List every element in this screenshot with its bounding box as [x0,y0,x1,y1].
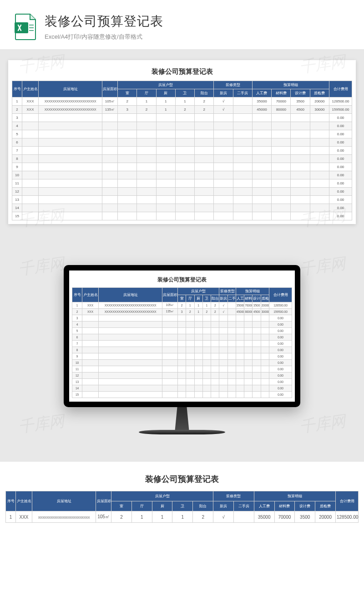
cell-material[interactable] [272,196,291,204]
cell-qc[interactable] [261,328,269,334]
cell-chu[interactable] [194,373,202,379]
cell-chu[interactable]: 1 [152,511,172,523]
cell-xin[interactable]: √ [219,302,228,309]
cell-shi[interactable] [118,212,137,220]
cell-name[interactable] [82,379,99,385]
cell-name[interactable] [82,392,99,398]
cell-seq[interactable]: 13 [72,379,82,385]
cell-wei[interactable] [202,373,211,379]
cell-qc[interactable] [261,379,269,385]
cell-addr[interactable] [39,138,102,147]
cell-wei[interactable] [202,353,211,360]
cell-total[interactable]: 0.00 [269,322,292,328]
cell-design[interactable]: 3500 [253,302,261,309]
cell-name[interactable]: XXX [16,511,32,523]
cell-name[interactable]: XXX [22,97,39,106]
cell-design[interactable] [291,171,310,179]
cell-labor[interactable] [252,179,271,188]
cell-xin[interactable] [214,204,233,212]
cell-material[interactable] [272,147,291,155]
cell-ting[interactable]: 2 [137,106,156,114]
cell-addr[interactable] [39,179,102,188]
cell-area[interactable] [162,347,178,353]
cell-er[interactable] [228,322,236,328]
cell-name[interactable] [82,385,99,392]
cell-yang[interactable] [195,212,214,220]
cell-total[interactable]: 0.00 [329,155,352,163]
cell-name[interactable] [22,122,39,130]
cell-labor[interactable] [252,163,271,171]
cell-chu[interactable] [156,212,175,220]
cell-wei[interactable] [202,328,211,334]
cell-yang[interactable] [195,179,214,188]
cell-yang[interactable] [195,122,214,130]
cell-seq[interactable]: 9 [72,353,82,360]
cell-design[interactable] [291,138,310,147]
cell-total[interactable]: 0.00 [329,122,352,130]
cell-addr[interactable] [99,347,162,353]
cell-xin[interactable] [219,322,228,328]
cell-total[interactable]: 0.00 [329,163,352,171]
cell-material[interactable] [244,334,253,341]
cell-ting[interactable] [186,379,194,385]
cell-area[interactable] [162,315,178,322]
cell-seq[interactable]: 10 [72,360,82,366]
cell-design[interactable] [253,360,261,366]
cell-area[interactable]: 105㎡ [96,511,111,523]
cell-chu[interactable] [194,341,202,347]
cell-chu[interactable] [194,366,202,373]
cell-material[interactable] [244,379,253,385]
cell-total[interactable]: 0.00 [329,179,352,188]
cell-er[interactable] [228,385,236,392]
cell-wei[interactable] [175,163,194,171]
cell-yang[interactable] [211,360,219,366]
cell-ting[interactable] [137,188,156,196]
cell-material[interactable] [244,353,253,360]
cell-addr[interactable] [99,328,162,334]
cell-area[interactable] [102,171,118,179]
cell-material[interactable] [244,373,253,379]
cell-er[interactable] [233,155,252,163]
cell-ting[interactable] [186,366,194,373]
cell-area[interactable]: 135㎡ [102,106,118,114]
cell-material[interactable] [244,347,253,353]
cell-xin[interactable]: √ [214,97,233,106]
cell-material[interactable] [272,179,291,188]
cell-total[interactable]: 0.00 [329,138,352,147]
cell-design[interactable] [253,322,261,328]
cell-area[interactable]: 105㎡ [162,302,178,309]
cell-qc[interactable] [310,196,329,204]
cell-addr[interactable] [39,147,102,155]
cell-addr[interactable] [39,114,102,122]
cell-shi[interactable] [178,341,186,347]
cell-qc[interactable]: 30000 [310,106,329,114]
cell-shi[interactable]: 3 [118,106,137,114]
cell-er[interactable] [233,114,252,122]
cell-seq[interactable]: 5 [72,328,82,334]
cell-total[interactable]: 0.00 [329,114,352,122]
cell-area[interactable] [102,130,118,138]
cell-name[interactable] [82,373,99,379]
cell-material[interactable] [272,130,291,138]
cell-material[interactable] [244,341,253,347]
cell-area[interactable] [162,334,178,341]
cell-shi[interactable]: 2 [178,302,186,309]
cell-yang[interactable] [211,315,219,322]
cell-er[interactable] [233,147,252,155]
cell-area[interactable] [162,341,178,347]
cell-shi[interactable] [178,328,186,334]
cell-xin[interactable] [219,392,228,398]
cell-area[interactable] [102,138,118,147]
cell-labor[interactable] [252,196,271,204]
cell-addr[interactable] [99,379,162,385]
cell-labor[interactable] [252,122,271,130]
cell-seq[interactable]: 11 [12,179,22,188]
cell-xin[interactable] [219,328,228,334]
cell-yang[interactable]: 2 [195,97,214,106]
cell-chu[interactable] [156,196,175,204]
cell-ting[interactable] [137,204,156,212]
cell-qc[interactable] [261,392,269,398]
cell-qc[interactable] [310,204,329,212]
cell-design[interactable] [291,188,310,196]
cell-total[interactable]: 0.00 [329,188,352,196]
